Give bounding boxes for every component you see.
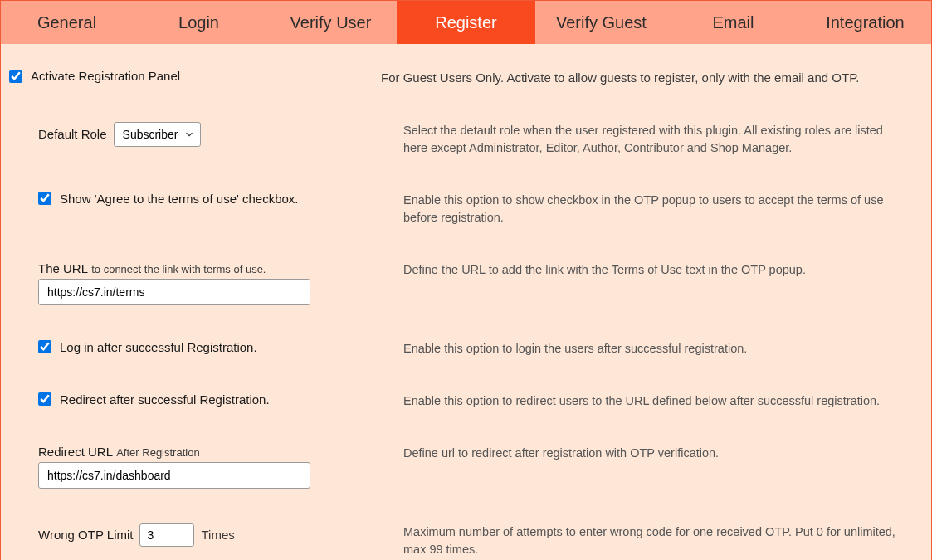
login-after-checkbox[interactable] — [38, 340, 51, 353]
activate-desc: For Guest Users Only. Activate to allow … — [381, 69, 884, 87]
setting-default-role: Default Role Subscriber Select the detau… — [1, 122, 931, 157]
tabs-bar: General Login Verify User Register Verif… — [1, 1, 931, 44]
redirect-url-input[interactable] — [38, 462, 310, 489]
tab-verify-guest[interactable]: Verify Guest — [535, 1, 667, 44]
tab-register[interactable]: Register — [397, 1, 535, 44]
activate-label: Activate Registration Panel — [31, 69, 180, 83]
activate-checkbox[interactable] — [9, 70, 22, 83]
setting-wrong-otp: Wrong OTP Limit Times Maximum number of … — [1, 523, 931, 558]
default-role-select[interactable]: Subscriber — [114, 122, 201, 147]
content-panel: Activate Registration Panel For Guest Us… — [1, 44, 931, 560]
agree-terms-label: Show 'Agree to the terms of use' checkbo… — [60, 192, 299, 206]
login-after-desc: Enable this option to login the users af… — [403, 340, 772, 358]
setting-redirect-url: Redirect URL After Registration Define u… — [1, 445, 931, 489]
redirect-after-checkbox[interactable] — [38, 392, 51, 406]
terms-url-label-sub: to connect the link with terms of use. — [91, 263, 266, 275]
setting-activate: Activate Registration Panel For Guest Us… — [1, 69, 931, 87]
wrong-otp-suffix: Times — [201, 528, 234, 542]
tab-login[interactable]: Login — [133, 1, 265, 44]
wrong-otp-desc: Maximum number of attempts to enter wron… — [403, 523, 931, 558]
setting-agree-terms: Show 'Agree to the terms of use' checkbo… — [1, 192, 931, 226]
tab-general[interactable]: General — [1, 1, 133, 44]
redirect-url-label-main: Redirect URL — [38, 445, 113, 459]
terms-url-desc: Define the URL to add the link with the … — [403, 261, 831, 279]
default-role-desc: Select the detault role when the user re… — [403, 122, 931, 157]
setting-login-after: Log in after successful Registration. En… — [1, 340, 931, 358]
setting-terms-url: The URL to connect the link with terms o… — [1, 261, 931, 305]
terms-url-label-main: The URL — [38, 261, 88, 275]
agree-terms-desc: Enable this option to show checkbox in t… — [403, 192, 931, 226]
setting-redirect-after: Redirect after successful Registration. … — [1, 392, 931, 410]
wrong-otp-input[interactable] — [139, 523, 194, 547]
terms-url-input[interactable] — [38, 279, 310, 305]
tab-integration[interactable]: Integration — [799, 1, 931, 44]
settings-container: General Login Verify User Register Verif… — [0, 0, 932, 560]
redirect-after-desc: Enable this option to redirect users to … — [403, 392, 905, 410]
redirect-after-label: Redirect after successful Registration. — [60, 392, 270, 407]
redirect-url-label-sub: After Registration — [116, 446, 199, 459]
wrong-otp-label: Wrong OTP Limit — [38, 528, 133, 542]
tab-verify-user[interactable]: Verify User — [265, 1, 397, 44]
login-after-label: Log in after successful Registration. — [60, 340, 257, 354]
default-role-label: Default Role — [38, 127, 107, 141]
redirect-url-desc: Define url to redirect after registratio… — [403, 445, 744, 462]
agree-terms-checkbox[interactable] — [38, 192, 51, 205]
tab-email[interactable]: Email — [667, 1, 799, 44]
